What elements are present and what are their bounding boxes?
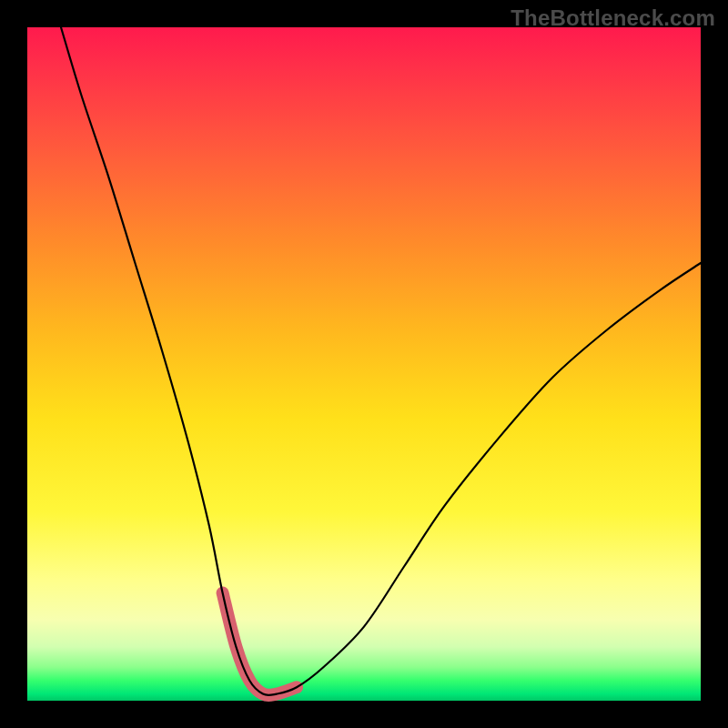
plot-area (27, 27, 701, 701)
curve-svg (27, 27, 701, 701)
bottleneck-curve (61, 27, 701, 695)
chart-frame: TheBottleneck.com (0, 0, 728, 728)
optimal-zone-highlight (223, 593, 297, 695)
watermark-text: TheBottleneck.com (511, 5, 715, 31)
